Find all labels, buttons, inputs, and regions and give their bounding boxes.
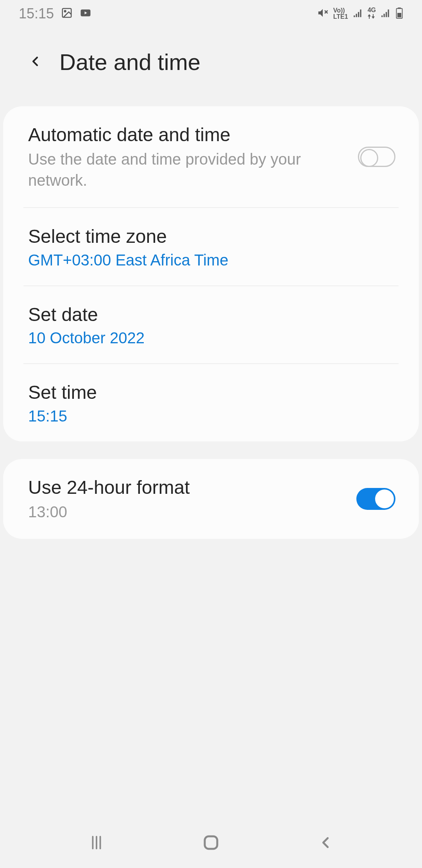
network-4g-indicator: 4G [368,7,376,20]
back-icon[interactable] [27,54,43,71]
setting-content: Set time 15:15 [28,380,395,425]
status-left: 15:15 [19,5,91,22]
select-timezone-row[interactable]: Select time zone GMT+03:00 East Africa T… [3,208,419,285]
setting-value: 10 October 2022 [28,329,395,347]
back-button[interactable] [315,832,336,853]
home-button[interactable] [201,832,221,853]
settings-card-1: Automatic date and time Use the date and… [3,106,419,441]
setting-value: GMT+03:00 East Africa Time [28,251,395,269]
setting-value: 15:15 [28,407,395,425]
volte-indicator: Vo)) LTE1 [333,7,348,20]
setting-content: Set date 10 October 2022 [28,303,395,347]
status-time: 15:15 [19,5,54,22]
status-right: Vo)) LTE1 4G [317,7,403,20]
setting-title: Set time [28,380,395,405]
signal-icon-1 [353,8,363,20]
setting-content: Select time zone GMT+03:00 East Africa T… [28,224,395,269]
automatic-date-time-row[interactable]: Automatic date and time Use the date and… [3,106,419,207]
signal-icon-2 [381,8,391,20]
set-time-row[interactable]: Set time 15:15 [3,364,419,441]
settings-card-2: Use 24-hour format 13:00 [3,459,419,539]
set-date-row[interactable]: Set date 10 October 2022 [3,286,419,363]
setting-title: Automatic date and time [28,123,346,147]
use-24hour-format-toggle[interactable] [356,488,395,510]
setting-subtitle: 13:00 [28,501,345,522]
svg-point-1 [64,11,66,12]
setting-title: Set date [28,303,395,327]
page-title: Date and time [59,49,200,75]
status-bar: 15:15 Vo)) LTE1 4G [0,0,422,27]
svg-rect-7 [397,13,401,17]
svg-rect-6 [398,7,401,9]
mute-vibrate-icon [317,7,329,20]
setting-content: Automatic date and time Use the date and… [28,123,346,191]
svg-rect-11 [205,836,217,849]
setting-title: Select time zone [28,224,395,249]
gallery-icon [61,7,73,20]
battery-icon [395,7,403,20]
navigation-bar [0,817,422,868]
automatic-date-time-toggle[interactable] [358,147,395,167]
use-24hour-format-row[interactable]: Use 24-hour format 13:00 [3,459,419,539]
setting-title: Use 24-hour format [28,475,345,500]
header: Date and time [0,27,422,106]
setting-content: Use 24-hour format 13:00 [28,475,345,522]
recents-button[interactable] [86,832,107,853]
youtube-icon [80,7,91,20]
setting-subtitle: Use the date and time provided by your n… [28,149,346,191]
